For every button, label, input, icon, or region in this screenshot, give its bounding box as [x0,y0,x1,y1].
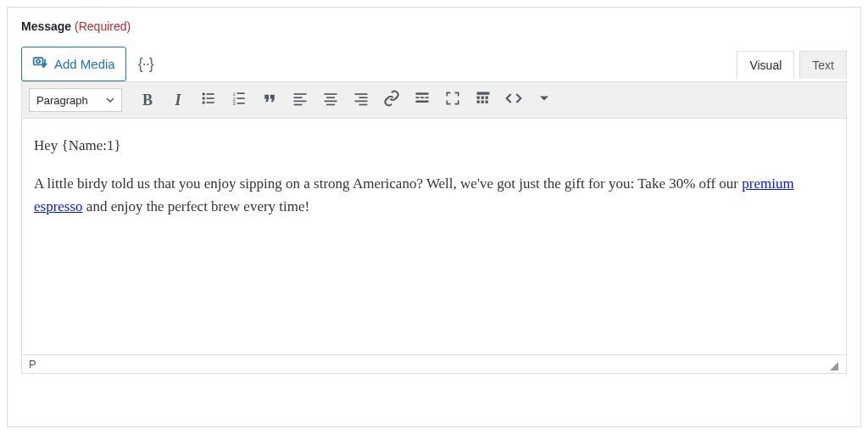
bold-button[interactable]: B [134,87,161,113]
editor-status-bar: P [22,354,846,373]
svg-rect-39 [486,101,488,103]
editor-top-row: Add Media {··} Visual Text [21,47,847,81]
editor-content[interactable]: Hey {Name:1} A little birdy told us that… [22,119,846,354]
kitchen-sink-icon [475,90,492,110]
content-body: A little birdy told us that you enjoy si… [34,172,834,218]
svg-rect-8 [207,102,214,103]
align-center-icon [322,90,339,110]
svg-rect-22 [326,104,335,106]
svg-rect-10 [237,92,245,94]
quote-icon [261,90,278,110]
svg-rect-30 [420,97,423,98]
add-media-label: Add Media [54,57,115,71]
tab-text[interactable]: Text [799,51,847,79]
code-button[interactable] [500,87,527,113]
left-buttons: Add Media {··} [21,47,153,81]
svg-rect-32 [416,101,429,103]
svg-rect-38 [481,101,484,103]
align-center-button[interactable] [317,87,344,113]
svg-point-2 [42,65,45,68]
svg-rect-34 [477,97,480,99]
bullet-list-button[interactable] [195,87,222,113]
svg-rect-19 [325,93,337,95]
align-right-icon [353,90,370,110]
chevron-down-icon [106,94,114,107]
svg-text:3: 3 [233,101,236,106]
svg-rect-20 [326,97,335,98]
editor-tabs: Visual Text [737,50,847,78]
editor-wrapper: Paragraph B I 123 [21,81,847,374]
link-button[interactable] [378,87,405,113]
element-path[interactable]: P [29,358,36,370]
field-label: Message (Required) [21,19,847,33]
tab-visual[interactable]: Visual [737,51,794,79]
resize-handle[interactable] [826,358,839,371]
required-indicator: (Required) [75,19,131,33]
svg-rect-26 [359,104,368,106]
svg-rect-14 [237,103,245,104]
message-field-container: Message (Required) Add Media {··} Visual… [7,7,861,427]
svg-rect-12 [237,97,245,99]
field-label-text: Message [21,19,71,33]
svg-point-1 [36,59,40,63]
camera-music-icon [32,54,49,74]
svg-rect-17 [294,101,307,103]
svg-rect-35 [481,97,484,99]
svg-rect-16 [294,97,303,98]
read-more-icon [414,90,431,110]
svg-rect-6 [207,97,214,99]
content-greeting: Hey {Name:1} [34,134,834,157]
toolbar-toggle-button[interactable] [470,87,497,113]
bullet-list-icon [200,90,217,110]
svg-point-5 [203,97,205,99]
chevron-down-icon [536,90,553,110]
svg-rect-25 [355,101,368,103]
format-select[interactable]: Paragraph [29,88,122,112]
format-select-value: Paragraph [36,94,88,107]
svg-point-7 [203,101,205,103]
blockquote-button[interactable] [256,87,283,113]
numbered-list-button[interactable]: 123 [225,87,253,113]
merge-tags-button[interactable]: {··} [138,55,153,73]
more-dropdown-button[interactable] [531,87,558,113]
svg-rect-18 [294,104,303,106]
svg-rect-31 [426,97,428,98]
align-left-button[interactable] [287,87,314,113]
svg-rect-36 [486,97,488,99]
svg-rect-21 [325,101,337,103]
svg-rect-27 [416,92,429,95]
svg-rect-24 [359,97,368,98]
add-media-button[interactable]: Add Media [21,47,126,81]
svg-rect-4 [207,93,214,95]
code-icon [505,90,522,110]
svg-rect-37 [477,101,480,103]
svg-rect-15 [294,93,307,95]
svg-rect-29 [416,97,419,98]
fullscreen-button[interactable] [439,87,466,113]
italic-button[interactable]: I [164,87,192,113]
svg-rect-33 [477,92,490,95]
body-before-link: A little birdy told us that you enjoy si… [34,175,742,192]
fullscreen-icon [444,90,461,110]
editor-toolbar: Paragraph B I 123 [22,82,846,119]
svg-rect-23 [355,93,368,95]
body-after-link: and enjoy the perfect brew every time! [83,198,310,214]
insert-more-button[interactable] [409,87,436,113]
link-icon [383,90,400,110]
numbered-list-icon: 123 [231,90,248,110]
align-right-button[interactable] [348,87,375,113]
svg-point-3 [203,92,205,95]
align-left-icon [292,90,309,110]
